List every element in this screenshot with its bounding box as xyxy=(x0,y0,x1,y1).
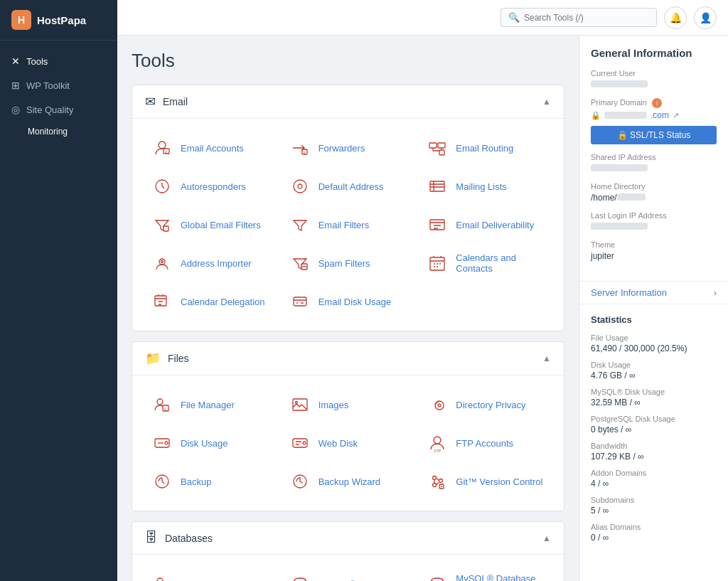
calendars-contacts-icon xyxy=(426,252,449,274)
sidebar-item-wptoolkit-label: WP Toolkit xyxy=(26,80,70,91)
external-link-icon: ↗ xyxy=(673,111,679,120)
tool-web-disk[interactable]: Web Disk xyxy=(283,425,414,461)
tool-calendar-delegation[interactable]: Calendar Delegation xyxy=(145,284,276,319)
stat-label-disk-usage: Disk Usage xyxy=(591,361,717,369)
svg-point-32 xyxy=(434,437,441,444)
sidebar: H HostPapa ✕ Tools ⊞ WP Toolkit ◎ Site Q… xyxy=(0,0,117,581)
tool-mysql-database-wizard[interactable]: MySQL® Database Wizard xyxy=(420,566,551,581)
files-section-header[interactable]: 📁 Files ▲ xyxy=(132,342,564,375)
email-section: ✉ Email ▲ ≡ Email Accounts xyxy=(132,85,564,331)
tool-default-address[interactable]: Default Address xyxy=(283,169,414,204)
tool-global-email-filters-label: Global Email Filters xyxy=(181,220,261,230)
tool-mailing-lists[interactable]: Mailing Lists xyxy=(420,169,551,204)
tool-ftp-accounts-label: FTP Accounts xyxy=(456,438,513,449)
tool-default-address-label: Default Address xyxy=(318,181,384,192)
notifications-button[interactable]: 🔔 xyxy=(664,6,687,29)
images-icon xyxy=(289,393,311,416)
stat-label-bandwidth: Bandwidth xyxy=(591,442,717,450)
sidebar-item-wptoolkit[interactable]: ⊞ WP Toolkit xyxy=(0,73,117,97)
tool-email-deliverability[interactable]: Email Deliverability xyxy=(420,207,551,242)
main-wrap: 🔍 🔔 👤 Tools ✉ Email ▲ xyxy=(117,0,728,581)
stat-label-addon-domains: Addon Domains xyxy=(591,469,717,477)
databases-section: 🗄 Databases ▲ P phpMyAdmin xyxy=(132,521,564,581)
files-section-title: Files xyxy=(168,353,189,364)
svg-point-41 xyxy=(157,578,163,581)
statistics-rows: File Usage 61,490 / 300,000 (20.5%) Disk… xyxy=(591,334,717,543)
sidebar-item-sitequality[interactable]: ◎ Site Quality xyxy=(0,97,117,122)
primary-domain-row: Primary Domain i 🔒 .com ↗ 🔒 SSL/TLS Stat… xyxy=(591,98,717,144)
user-avatar[interactable]: 👤 xyxy=(694,6,717,29)
email-section-title: Email xyxy=(163,96,188,107)
tool-disk-usage[interactable]: Disk Usage xyxy=(145,425,276,461)
email-section-title-area: ✉ Email xyxy=(145,94,188,110)
sidebar-item-tools[interactable]: ✕ Tools xyxy=(0,49,117,73)
stat-value-addon-domains: 4 / ∞ xyxy=(591,479,717,489)
tool-backup[interactable]: Backup xyxy=(145,464,276,499)
tool-file-manager[interactable]: ≡ File Manager xyxy=(145,387,276,422)
svg-rect-7 xyxy=(439,150,444,155)
databases-section-body: P phpMyAdmin MySQL® Databases xyxy=(132,555,564,581)
tool-global-email-filters[interactable]: Global Email Filters xyxy=(145,207,276,242)
theme-value: jupiter xyxy=(591,251,717,261)
stat-row-bandwidth: Bandwidth 107.29 KB / ∞ xyxy=(591,442,717,462)
stat-value-disk-usage: 4.76 GB / ∞ xyxy=(591,371,717,380)
email-disk-usage-icon xyxy=(289,290,311,313)
tool-email-disk-usage[interactable]: Email Disk Usage xyxy=(283,284,414,319)
tool-email-deliverability-label: Email Deliverability xyxy=(456,220,534,230)
tools-icon: ✕ xyxy=(11,55,20,67)
ssl-tls-status-button[interactable]: 🔒 SSL/TLS Status xyxy=(591,126,717,144)
search-box[interactable]: 🔍 xyxy=(500,8,657,27)
search-input[interactable] xyxy=(524,13,649,23)
email-accounts-icon: ≡ xyxy=(151,137,173,159)
wp-icon: ⊞ xyxy=(11,80,20,91)
email-routing-icon xyxy=(426,137,449,159)
tool-spam-filters[interactable]: Spam Filters xyxy=(283,245,414,281)
backup-icon xyxy=(151,470,173,493)
svg-point-38 xyxy=(439,479,443,483)
disk-usage-icon xyxy=(151,432,173,454)
stat-value-postgresql-disk: 0 bytes / ∞ xyxy=(591,425,717,435)
tool-email-routing[interactable]: Email Routing xyxy=(420,130,551,166)
tool-mysql-databases[interactable]: MySQL® Databases xyxy=(283,566,414,581)
tool-ftp-accounts[interactable]: FTP FTP Accounts xyxy=(420,425,551,461)
mailing-lists-icon xyxy=(426,175,449,198)
tool-address-importer[interactable]: Address Importer xyxy=(145,245,276,281)
svg-point-27 xyxy=(438,404,441,407)
default-address-icon xyxy=(289,175,311,198)
tool-images[interactable]: Images xyxy=(283,387,414,422)
primary-domain-label: Primary Domain i xyxy=(591,98,717,108)
tool-git-version-control[interactable]: Git™ Version Control xyxy=(420,464,551,499)
last-login-label: Last Login IP Address xyxy=(591,211,717,220)
databases-section-header[interactable]: 🗄 Databases ▲ xyxy=(132,522,564,555)
tool-autoresponders[interactable]: Autoresponders xyxy=(145,169,276,204)
sidebar-item-monitoring[interactable]: Monitoring xyxy=(0,122,117,142)
tool-file-manager-label: File Manager xyxy=(181,400,235,410)
tool-email-filters[interactable]: Email Filters xyxy=(283,207,414,242)
svg-point-36 xyxy=(433,476,437,480)
spam-filters-icon xyxy=(289,252,311,274)
general-info-section: General Information Current User Primary… xyxy=(579,36,728,282)
tool-email-accounts[interactable]: ≡ Email Accounts xyxy=(145,130,276,166)
tool-email-disk-usage-label: Email Disk Usage xyxy=(318,297,392,307)
email-section-header[interactable]: ✉ Email ▲ xyxy=(132,85,564,119)
tool-backup-wizard[interactable]: Backup Wizard xyxy=(283,464,414,499)
svg-point-37 xyxy=(433,484,437,487)
tool-phpmyadmin[interactable]: P phpMyAdmin xyxy=(145,566,276,581)
theme-row: Theme jupiter xyxy=(591,240,717,261)
tool-spam-filters-label: Spam Filters xyxy=(318,258,370,269)
tool-calendars-contacts-label: Calendars and Contacts xyxy=(456,252,545,274)
stat-row-postgresql-disk: PostgreSQL Disk Usage 0 bytes / ∞ xyxy=(591,415,717,435)
theme-label: Theme xyxy=(591,240,717,249)
primary-domain-info-icon[interactable]: i xyxy=(652,98,662,108)
tool-directory-privacy[interactable]: Directory Privacy xyxy=(420,387,551,422)
statistics-title: Statistics xyxy=(591,314,717,325)
stat-label-alias-domains: Alias Domains xyxy=(591,523,717,531)
tool-calendars-contacts[interactable]: Calendars and Contacts xyxy=(420,245,551,281)
ssl-lock-icon: 🔒 xyxy=(591,111,601,120)
stat-value-alias-domains: 0 / ∞ xyxy=(591,533,717,543)
statistics-section: Statistics File Usage 61,490 / 300,000 (… xyxy=(579,304,728,560)
tool-forwarders[interactable]: ≡ Forwarders xyxy=(283,130,414,166)
git-version-control-icon xyxy=(426,470,449,493)
server-info-row[interactable]: Server Information › xyxy=(579,282,728,304)
tool-mailing-lists-label: Mailing Lists xyxy=(456,181,507,192)
